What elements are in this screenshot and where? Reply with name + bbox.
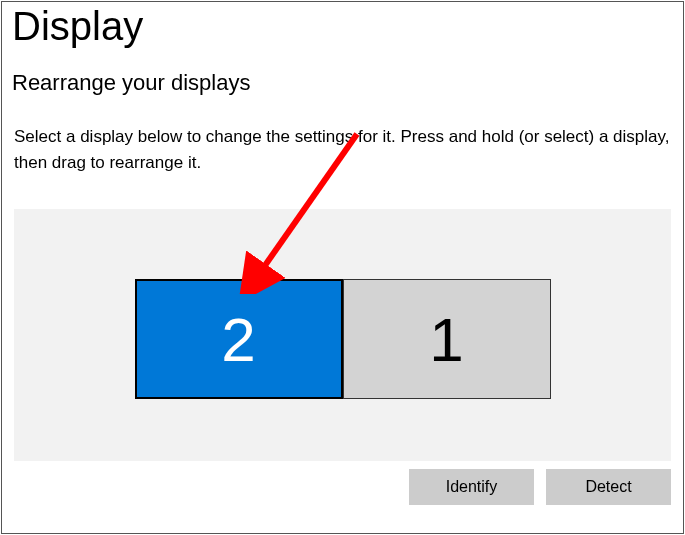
button-row: Identify Detect (2, 461, 683, 505)
displays-wrapper: 2 1 (135, 279, 551, 399)
section-description: Select a display below to change the set… (2, 96, 683, 175)
display-box-1[interactable]: 1 (343, 279, 551, 399)
display-label: 1 (429, 304, 463, 375)
section-title: Rearrange your displays (2, 48, 683, 96)
display-settings-panel: Display Rearrange your displays Select a… (1, 1, 684, 534)
detect-button[interactable]: Detect (546, 469, 671, 505)
display-box-2[interactable]: 2 (135, 279, 343, 399)
display-arrangement-area[interactable]: 2 1 (14, 209, 671, 461)
display-label: 2 (221, 304, 255, 375)
identify-button[interactable]: Identify (409, 469, 534, 505)
page-title: Display (2, 2, 683, 48)
